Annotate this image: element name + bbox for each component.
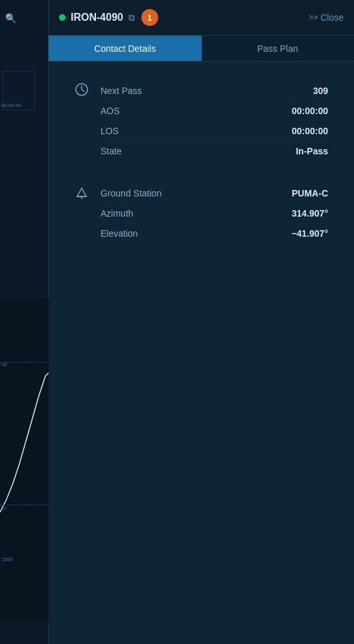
elevation-row: Elevation −41.907° (100, 224, 328, 243)
pass-section-header: Next Pass 309 AOS 00:00:00 LOS 00:00:00 … (75, 81, 328, 161)
ground-station-row: Ground Station PUMA-C (100, 184, 328, 204)
elevation-value: −41.907° (291, 228, 328, 239)
chart-upper-label: Up (0, 362, 7, 366)
tab-pass-plan[interactable]: Pass Plan (202, 36, 355, 61)
pass-section: Next Pass 309 AOS 00:00:00 LOS 00:00:00 … (75, 81, 328, 161)
tab-bar: Contact Details Pass Plan (49, 36, 354, 62)
aos-label: AOS (100, 106, 120, 116)
pass-rows: Next Pass 309 AOS 00:00:00 LOS 00:00:00 … (100, 81, 328, 161)
next-pass-label: Next Pass (100, 86, 142, 96)
close-chevrons-icon: >> (309, 13, 318, 22)
next-pass-value: 309 (313, 86, 328, 96)
state-value: In-Pass (296, 146, 328, 156)
state-label: State (100, 146, 122, 156)
badge-number: 1 (141, 9, 158, 26)
chart-number: 1500 (1, 556, 13, 562)
ground-section-header: Ground Station PUMA-C Azimuth 314.907° E… (75, 184, 328, 243)
ground-station-value: PUMA-C (292, 188, 328, 198)
next-pass-row: Next Pass 309 (100, 81, 328, 101)
external-link-icon[interactable]: ⧉ (128, 12, 135, 23)
satellite-name: IRON-4090 (71, 12, 123, 23)
svg-line-2 (82, 89, 84, 91)
dash-line-upper (0, 362, 49, 363)
aos-value: 00:00:00 (292, 106, 328, 116)
status-indicator (59, 14, 65, 21)
state-row: State In-Pass (100, 141, 328, 161)
close-label: Close (320, 12, 344, 23)
clock-icon (75, 82, 90, 100)
chart-line-svg (0, 370, 49, 512)
los-value: 00:00:00 (292, 126, 328, 136)
los-row: LOS 00:00:00 (100, 121, 328, 141)
ground-section: Ground Station PUMA-C Azimuth 314.907° E… (75, 184, 328, 243)
azimuth-label: Azimuth (100, 208, 134, 219)
chart-lower-label: Lo (0, 506, 6, 510)
header-bar: IRON-4090 ⧉ 1 >> Close (49, 0, 354, 36)
close-button[interactable]: >> Close (309, 12, 344, 23)
tab-contact-details[interactable]: Contact Details (49, 36, 202, 61)
elevation-label: Elevation (100, 228, 138, 239)
chart-time-label: 00:00:00 (1, 102, 21, 108)
los-label: LOS (100, 126, 119, 136)
aos-row: AOS 00:00:00 (100, 101, 328, 121)
content-area: Next Pass 309 AOS 00:00:00 LOS 00:00:00 … (49, 62, 354, 285)
ground-rows: Ground Station PUMA-C Azimuth 314.907° E… (100, 184, 328, 243)
ground-station-label: Ground Station (100, 188, 161, 198)
azimuth-row: Azimuth 314.907° (100, 204, 328, 224)
azimuth-value: 314.907° (292, 208, 328, 219)
main-panel: IRON-4090 ⧉ 1 >> Close Contact Details P… (49, 0, 354, 644)
chart-sidebar: 🔍 00:00:00 Up Lo 1500 (0, 0, 49, 644)
search-icon[interactable]: 🔍 (5, 13, 16, 23)
antenna-icon (75, 185, 90, 202)
svg-marker-3 (77, 188, 86, 197)
dash-line-lower (0, 505, 49, 505)
